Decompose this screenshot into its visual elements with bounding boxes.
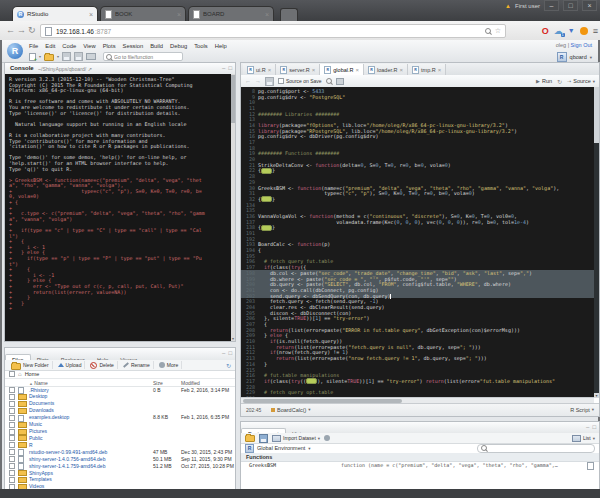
source-tab-tmp.r[interactable]: Rtmp.R× [408, 64, 446, 75]
file-row[interactable]: Desktop [5, 393, 235, 400]
scope-selector[interactable]: BoardCalc() ▾ [271, 407, 311, 413]
rename-button[interactable]: Rename [120, 361, 154, 369]
file-row[interactable]: shiny-server-1.4.0.756-amd64.deb50.1 MBS… [5, 455, 235, 462]
file-row[interactable]: Music [5, 421, 235, 428]
file-row[interactable]: Templates [5, 476, 235, 483]
browser-tab-book[interactable]: BOOK× [100, 6, 186, 21]
menu-help[interactable]: Help [215, 43, 227, 49]
clear-workspace-icon[interactable] [324, 435, 330, 441]
column-name[interactable]: ▲ Name [29, 380, 48, 386]
file-row[interactable]: Pictures [5, 428, 235, 435]
back-button[interactable]: ← [6, 24, 15, 36]
list-view-selector[interactable]: List ▾ [572, 435, 595, 442]
forward-button[interactable]: → [17, 24, 26, 36]
source-tab-loader.r[interactable]: Rloader.R× [364, 64, 408, 75]
file-row[interactable]: shiny-server-1.4.1.759-amd64.deb51.2 MBO… [5, 462, 235, 469]
browser-menu-icon[interactable]: ≡ [593, 26, 598, 36]
import-dataset-button[interactable]: Import Dataset ▾ [272, 435, 320, 442]
menu-plots[interactable]: Plots [103, 43, 116, 49]
minimize-pane-icon[interactable]: – [586, 424, 589, 430]
file-name[interactable]: Pictures [29, 428, 47, 434]
source-tab-server.r[interactable]: Rserver.R× [276, 64, 320, 75]
tab-close-icon[interactable]: × [400, 67, 404, 73]
function-name[interactable]: GreeksBSM [249, 462, 276, 468]
file-name[interactable]: Downloads [29, 407, 54, 413]
open-caret-icon[interactable]: ▾ [57, 54, 59, 59]
menu-build[interactable]: Build [150, 43, 163, 49]
console-output[interactable]: R version 3.2.3 (2015-12-10) -- "Wooden … [5, 74, 231, 341]
goto-file-input[interactable] [103, 52, 183, 61]
editor-line[interactable]: 217 if(class(try((), silent=TRUE))[1] ==… [241, 378, 594, 384]
file-row[interactable]: ShinyApps [5, 469, 235, 476]
reload-button[interactable]: ↻ [28, 24, 36, 36]
new-project-icon[interactable] [44, 54, 54, 61]
minimize-pane-icon[interactable]: – [222, 350, 225, 356]
new-file-caret-icon[interactable]: ▾ [39, 54, 41, 59]
save-all-icon[interactable] [74, 52, 83, 61]
code-editor[interactable]: 8pg.config$port <- 54339pg.config$drv <-… [241, 87, 594, 398]
file-name[interactable]: ShinyApps [29, 470, 53, 476]
refresh-icon[interactable]: ↻ [226, 362, 231, 369]
upload-button[interactable]: Upload [55, 361, 86, 369]
new-tab-button[interactable] [280, 8, 298, 21]
source-tab-global.r[interactable]: Rglobal.R× [320, 64, 364, 75]
file-row[interactable]: rstudio-server-0.99.491-amd64.deb47 MBDe… [5, 448, 235, 455]
tab-close-icon[interactable]: × [355, 67, 359, 73]
column-modified[interactable]: Modified [181, 380, 200, 386]
menu-session[interactable]: Session [123, 43, 144, 49]
tab-close-icon[interactable]: × [265, 11, 269, 18]
breadcrumb-home[interactable]: Home [25, 371, 40, 377]
browser-tab-rstudio[interactable]: RRStudio× [12, 6, 98, 21]
chevron-down-icon[interactable]: ▾ [308, 446, 310, 451]
search-icon[interactable] [485, 28, 491, 34]
environment-search-input[interactable] [489, 445, 591, 451]
bookmark-star-icon[interactable]: ☆ [495, 27, 501, 35]
more-button[interactable]: More [156, 361, 182, 369]
file-row[interactable]: Documents [5, 400, 235, 407]
file-name[interactable]: R [29, 442, 33, 448]
popout-icon[interactable]: ↗ [88, 66, 92, 72]
tab-close-icon[interactable]: × [89, 11, 93, 18]
pane-splitter[interactable] [236, 62, 240, 489]
load-workspace-icon[interactable] [245, 435, 255, 442]
new-file-icon[interactable] [29, 53, 36, 61]
file-name[interactable]: Public [29, 435, 43, 441]
forward-nav-icon[interactable]: → [255, 78, 261, 84]
save-icon[interactable] [62, 52, 71, 61]
run-button[interactable]: ▶ Run [536, 78, 552, 84]
file-name[interactable]: shiny-server-1.4.0.756-amd64.deb [29, 456, 105, 462]
menu-debug[interactable]: Debug [170, 43, 187, 49]
file-name[interactable]: Music [29, 421, 42, 427]
menu-code[interactable]: Code [62, 43, 76, 49]
save-file-icon[interactable] [265, 77, 274, 86]
minimize-pane-icon[interactable]: – [222, 65, 225, 71]
maximize-pane-icon[interactable]: □ [228, 350, 232, 356]
tab-close-icon[interactable]: × [312, 67, 316, 73]
project-selector[interactable]: R qboard ▾ [557, 52, 592, 62]
environment-scope-selector[interactable]: Global Environment [257, 445, 305, 451]
environment-search-box[interactable] [477, 444, 595, 453]
tab-close-icon[interactable]: × [268, 67, 272, 73]
rerun-icon[interactable]: ↻ [557, 78, 562, 85]
save-workspace-icon[interactable] [259, 434, 268, 443]
source-button[interactable]: ➝ Source ▾ [567, 78, 595, 84]
column-size[interactable]: Size [153, 380, 163, 386]
editor-vscrollbar[interactable]: ▾ [594, 87, 599, 398]
address-bar[interactable]: 192.168.1.46 :8787 ☆ [40, 24, 506, 38]
code-tools-icon[interactable] [336, 78, 344, 85]
print-icon[interactable] [86, 53, 96, 60]
menu-view[interactable]: View [83, 43, 95, 49]
file-name[interactable]: Desktop [29, 393, 47, 399]
file-name[interactable]: rstudio-server-0.99.491-amd64.deb [29, 449, 107, 455]
select-all-checkbox[interactable] [9, 371, 15, 377]
file-row[interactable]: examples.desktop8.8 KBFeb 1, 2016, 6:35 … [5, 414, 235, 421]
menu-file[interactable]: File [29, 43, 38, 49]
maximize-pane-icon[interactable]: □ [592, 424, 596, 430]
menu-edit[interactable]: Edit [45, 43, 55, 49]
cloud-download-icon[interactable]: ☁1 [554, 26, 563, 36]
menu-tools[interactable]: Tools [194, 43, 208, 49]
maximize-pane-icon[interactable]: □ [228, 65, 232, 71]
file-row[interactable]: .Rhistory0 BFeb 2, 2016, 3:14 PM [5, 386, 235, 393]
file-type-selector[interactable]: R Script ▾ [570, 407, 594, 413]
delete-button[interactable]: Delete [87, 361, 117, 369]
